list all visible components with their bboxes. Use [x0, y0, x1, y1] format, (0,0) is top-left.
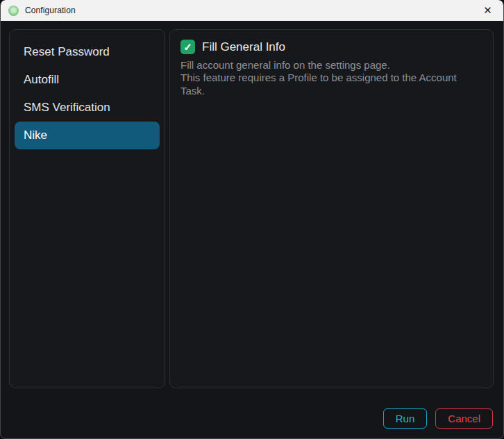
close-icon[interactable]: ✕ [472, 0, 503, 21]
description-line: This feature requires a Profile to be as… [180, 72, 482, 97]
fill-general-info-row: ✓ Fill General Info [180, 40, 482, 54]
sidebar-item-label: SMS Verification [24, 101, 110, 115]
configuration-window: Configuration ✕ Reset Password Autofill … [0, 0, 504, 439]
checked-checkbox-icon[interactable]: ✓ [180, 40, 195, 54]
description-line: Fill account general info on the setting… [180, 59, 482, 72]
checkbox-label[interactable]: Fill General Info [202, 40, 285, 54]
window-title: Configuration [25, 6, 76, 15]
sidebar-item-label: Nike [24, 129, 47, 142]
title-bar: Configuration ✕ [1, 0, 503, 21]
sidebar-item-label: Reset Password [24, 45, 110, 59]
run-button[interactable]: Run [383, 408, 428, 429]
sidebar-item-nike[interactable]: Nike [15, 122, 160, 149]
sidebar-item-label: Autofill [24, 73, 59, 87]
cancel-button[interactable]: Cancel [435, 408, 493, 429]
sidebar-item-autofill[interactable]: Autofill [15, 66, 160, 94]
footer-actions: Run Cancel [383, 408, 493, 429]
sidebar: Reset Password Autofill SMS Verification… [9, 29, 165, 388]
sidebar-item-sms-verification[interactable]: SMS Verification [15, 94, 160, 122]
app-logo-icon [8, 6, 19, 16]
sidebar-item-reset-password[interactable]: Reset Password [15, 38, 160, 66]
feature-description: Fill account general info on the setting… [180, 59, 482, 97]
content-panel: ✓ Fill General Info Fill account general… [169, 29, 494, 388]
